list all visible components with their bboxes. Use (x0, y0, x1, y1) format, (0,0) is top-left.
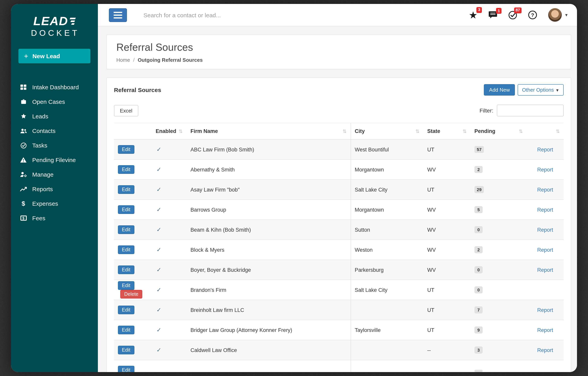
sidebar-item-expenses[interactable]: $Expenses (11, 196, 98, 211)
avatar[interactable] (548, 8, 562, 22)
pending-cell: 2 (471, 160, 527, 180)
row-actions-cell: Edit (114, 300, 152, 320)
other-options-button[interactable]: Other Options▼ (518, 84, 564, 96)
report-link[interactable]: Report (537, 207, 553, 213)
report-header: ⇅ (527, 123, 564, 140)
breadcrumb-home-link[interactable]: Home (116, 57, 130, 63)
tasks-notification-button[interactable]: 87 (508, 11, 517, 20)
report-cell: Report (527, 200, 564, 220)
sidebar-item-intake-dashboard[interactable]: Intake Dashboard (11, 80, 98, 94)
sidebar-item-label: Intake Dashboard (32, 84, 79, 90)
firm-name-cell: Breinholt Law firm LLC (187, 300, 351, 320)
table-row: Edit✓Boyer, Boyer & BuckridgeParkersburg… (114, 260, 564, 280)
pending-cell: 57 (471, 140, 527, 160)
sidebar-item-pending-filevine[interactable]: Pending Filevine (11, 153, 98, 167)
help-button[interactable]: ? (528, 11, 537, 19)
edit-button[interactable]: Edit (118, 165, 134, 174)
edit-button[interactable]: Edit (118, 306, 134, 314)
report-cell: Report (527, 320, 564, 340)
sidebar-item-leads[interactable]: Leads (11, 109, 98, 123)
table-toolbar: Excel Filter: (114, 105, 564, 117)
row-actions-cell: Edit (114, 140, 152, 160)
enabled-cell: ✓ (152, 180, 187, 200)
user-menu[interactable]: ▾ (548, 8, 567, 22)
edit-button[interactable]: Edit (118, 366, 134, 372)
add-new-button[interactable]: Add New (484, 84, 515, 96)
sidebar-item-open-cases[interactable]: Open Cases (11, 94, 98, 109)
edit-button[interactable]: Edit (118, 145, 134, 154)
report-link[interactable]: Report (537, 267, 553, 273)
row-actions-cell: Edit (114, 260, 152, 280)
report-link[interactable]: Report (537, 187, 553, 193)
table-header-row: Enabled ⇅ Firm Name ⇅ City ⇅ (114, 123, 564, 140)
row-actions-cell: Edit (114, 200, 152, 220)
referral-sources-table: Enabled ⇅ Firm Name ⇅ City ⇅ (114, 123, 564, 372)
hamburger-menu-button[interactable] (109, 8, 127, 22)
messages-button[interactable]: 1 (489, 11, 497, 19)
sort-icon[interactable]: ⇅ (519, 129, 523, 134)
referral-table-wrap: Enabled ⇅ Firm Name ⇅ City ⇅ (114, 123, 564, 372)
pending-cell: 2 (471, 240, 527, 260)
excel-export-button[interactable]: Excel (114, 105, 138, 116)
caret-down-icon: ▼ (555, 88, 559, 92)
city-cell: Taylorsville (351, 320, 423, 340)
edit-button[interactable]: Edit (118, 205, 134, 214)
favorites-star-icon: ★ (469, 10, 478, 20)
breadcrumb-current: Outgoing Referral Sources (138, 57, 203, 63)
report-link[interactable]: Report (537, 167, 553, 172)
sort-icon[interactable]: ⇅ (556, 129, 560, 134)
edit-button[interactable]: Edit (118, 266, 134, 274)
tasks-badge: 87 (514, 7, 522, 13)
sort-icon[interactable]: ⇅ (343, 129, 346, 134)
search-input[interactable] (144, 11, 466, 18)
enabled-header-label: Enabled (156, 128, 176, 134)
row-actions-cell: Edit (114, 360, 152, 372)
filter-input[interactable] (497, 105, 564, 117)
report-cell (527, 280, 564, 300)
sidebar-item-manage[interactable]: Manage (11, 167, 98, 182)
new-lead-button[interactable]: + New Lead (19, 49, 90, 63)
edit-button[interactable]: Edit (118, 346, 134, 354)
city-cell (351, 360, 423, 372)
sort-icon[interactable]: ⇅ (463, 129, 467, 134)
enabled-check-icon: ✓ (157, 346, 161, 354)
actions-header (114, 123, 152, 140)
pending-header: Pending ⇅ (471, 123, 527, 140)
pending-cell: 29 (471, 180, 527, 200)
content-area: Referral Sources Home / Outgoing Referra… (98, 26, 577, 372)
row-actions-cell: Edit (114, 220, 152, 240)
edit-button[interactable]: Edit (118, 326, 134, 334)
sort-icon[interactable]: ⇅ (415, 129, 419, 134)
table-row: Edit✓Beam & Kihn (Bob Smith)SuttonWV0Rep… (114, 220, 564, 240)
row-actions-cell: Edit (114, 160, 152, 180)
report-link[interactable]: Report (537, 247, 553, 253)
pending-badge: 0 (474, 226, 483, 233)
report-cell: Report (527, 140, 564, 160)
report-link[interactable]: Report (537, 227, 553, 233)
pending-badge: 57 (474, 146, 484, 153)
edit-button[interactable]: Edit (118, 225, 134, 234)
filter-label: Filter: (480, 107, 493, 114)
edit-button[interactable]: Edit (118, 246, 134, 254)
table-row: EditDelete✓Brandon's FirmSalt Lake CityU… (114, 280, 564, 300)
sidebar-item-label: Fees (32, 215, 45, 221)
report-link[interactable]: Report (537, 327, 553, 333)
sidebar-item-tasks[interactable]: Tasks (11, 138, 98, 153)
sidebar-item-contacts[interactable]: Contacts (11, 123, 98, 138)
report-link[interactable]: Report (537, 147, 553, 152)
report-link[interactable]: Report (537, 347, 553, 353)
delete-button[interactable]: Delete (120, 290, 142, 299)
report-link[interactable]: Report (537, 307, 553, 313)
logo-speed-lines-icon (70, 18, 75, 25)
favorites-button[interactable]: ★ 3 (469, 10, 478, 20)
sort-icon[interactable]: ⇅ (179, 129, 183, 134)
firm-name-header: Firm Name ⇅ (187, 123, 351, 140)
edit-button[interactable]: Edit (118, 281, 134, 290)
edit-button[interactable]: Edit (118, 185, 134, 194)
other-options-label: Other Options (522, 87, 554, 93)
firm-name-cell: Brandon's Firm (187, 280, 351, 300)
table-row: Edit✓Bridger Law Group (Attorney Konner … (114, 320, 564, 340)
sidebar-item-reports[interactable]: Reports (11, 182, 98, 196)
help-icon: ? (528, 11, 537, 19)
sidebar-item-fees[interactable]: $Fees (11, 211, 98, 225)
